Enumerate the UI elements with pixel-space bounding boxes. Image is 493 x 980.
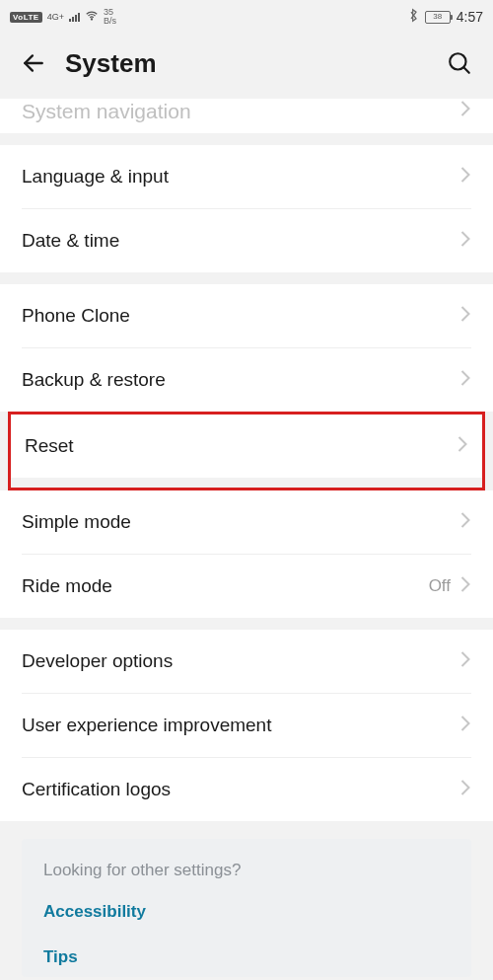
status-bar: VoLTE 4G+ 35B/s 38 4:57 — [0, 0, 493, 34]
row-simple-mode[interactable]: Simple mode — [0, 490, 493, 554]
app-bar: System — [0, 34, 493, 99]
chevron-right-icon — [458, 368, 471, 392]
chevron-right-icon — [458, 304, 471, 328]
row-backup-restore[interactable]: Backup & restore — [0, 348, 493, 412]
settings-list: System navigation Language & input Date … — [0, 99, 493, 977]
page-title: System — [65, 48, 444, 79]
bluetooth-icon — [408, 8, 419, 26]
signal-icon — [69, 12, 80, 22]
row-label: Backup & restore — [22, 369, 458, 391]
link-tips[interactable]: Tips — [43, 947, 450, 967]
row-label: Date & time — [22, 230, 458, 252]
row-value: Off — [429, 576, 451, 596]
chevron-right-icon — [458, 99, 471, 123]
chevron-right-icon — [456, 434, 468, 458]
row-label: Ride mode — [22, 575, 429, 597]
network-speed: 35B/s — [104, 8, 116, 26]
row-label: Language & input — [22, 166, 458, 188]
row-label: Developer options — [22, 650, 458, 672]
row-label: User experience improvement — [22, 715, 458, 736]
wifi-icon — [85, 9, 99, 26]
svg-point-0 — [91, 18, 92, 19]
status-left: VoLTE 4G+ 35B/s — [10, 8, 116, 26]
group-locale: Language & input Date & time — [0, 145, 493, 272]
row-date-time[interactable]: Date & time — [0, 209, 493, 272]
row-label: Phone Clone — [22, 305, 458, 327]
link-accessibility[interactable]: Accessibility — [43, 902, 450, 922]
other-settings-card: Looking for other settings? Accessibilit… — [22, 839, 471, 977]
volte-icon: VoLTE — [10, 12, 42, 23]
row-certification-logos[interactable]: Certification logos — [0, 758, 493, 821]
row-reset[interactable]: Reset — [11, 415, 482, 478]
chevron-right-icon — [458, 714, 471, 737]
row-system-navigation[interactable]: System navigation — [0, 99, 493, 133]
network-type: 4G+ — [47, 12, 64, 22]
group-backup: Phone Clone Backup & restore — [0, 284, 493, 412]
row-label: Simple mode — [22, 511, 458, 533]
back-button[interactable] — [18, 47, 49, 79]
highlight-reset: Reset — [8, 412, 485, 490]
row-language-input[interactable]: Language & input — [0, 145, 493, 208]
battery-icon: 38 — [425, 11, 451, 24]
row-ride-mode[interactable]: Ride mode Off — [0, 555, 493, 618]
row-label: Reset — [25, 435, 456, 457]
clock: 4:57 — [457, 9, 483, 25]
search-button[interactable] — [444, 47, 475, 79]
row-label: Certification logos — [22, 779, 458, 800]
row-label: System navigation — [22, 100, 191, 123]
group-modes: Simple mode Ride mode Off — [0, 490, 493, 618]
chevron-right-icon — [458, 229, 471, 253]
chevron-right-icon — [458, 574, 471, 598]
other-settings-title: Looking for other settings? — [43, 861, 450, 880]
chevron-right-icon — [458, 649, 471, 673]
row-developer-options[interactable]: Developer options — [0, 630, 493, 693]
group-advanced: Developer options User experience improv… — [0, 630, 493, 821]
chevron-right-icon — [458, 165, 471, 188]
status-right: 38 4:57 — [408, 8, 483, 26]
chevron-right-icon — [458, 510, 471, 534]
row-phone-clone[interactable]: Phone Clone — [0, 284, 493, 347]
row-user-experience-improvement[interactable]: User experience improvement — [0, 694, 493, 757]
chevron-right-icon — [458, 778, 471, 801]
